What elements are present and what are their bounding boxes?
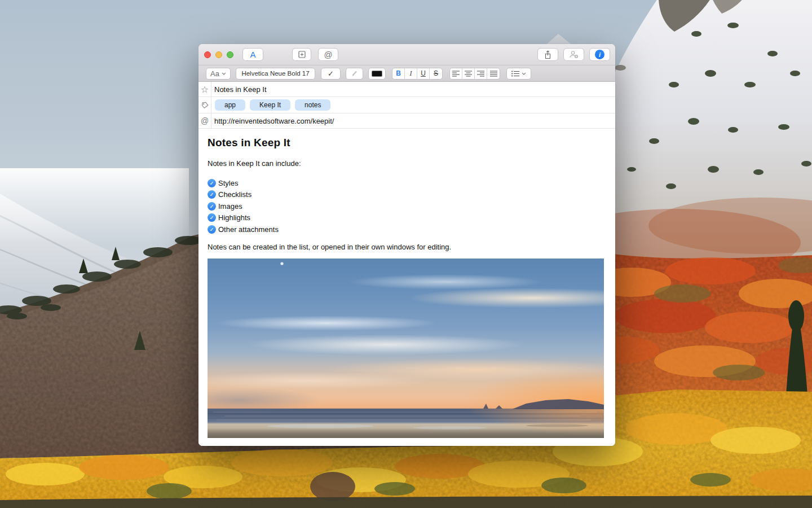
italic-button[interactable]: I (405, 68, 417, 79)
info-button[interactable]: i (589, 48, 610, 61)
list-style-button[interactable] (506, 68, 531, 80)
keep-it-note-window: A @ (198, 44, 615, 446)
checklist-item: ✓ Styles (208, 177, 604, 189)
font-name-label: Helvetica Neue Bold 17 (241, 70, 309, 77)
bullet-list-icon (511, 71, 519, 77)
text-style-button[interactable]: Aa (206, 68, 231, 80)
close-button[interactable] (204, 51, 211, 58)
highlighter-icon (351, 70, 358, 77)
note-tags-row: app Keep It notes (198, 97, 615, 113)
at-sign-icon: @ (201, 116, 209, 125)
minimize-button[interactable] (215, 51, 222, 58)
link-button[interactable]: @ (318, 48, 338, 61)
note-title-text: Notes in Keep It (214, 85, 267, 94)
note-title-field[interactable]: Notes in Keep It (211, 82, 267, 97)
checked-checkbox-icon[interactable]: ✓ (208, 202, 216, 211)
info-icon: i (595, 50, 604, 59)
chevron-down-icon (522, 72, 526, 75)
favorite-star-cell[interactable]: ☆ (198, 82, 211, 97)
color-swatch-black (372, 71, 382, 77)
tag-pill[interactable]: notes (295, 99, 330, 111)
note-url-text: http://reinventedsoftware.com/keepit/ (214, 117, 334, 125)
add-attachment-button[interactable] (292, 48, 311, 61)
bold-button[interactable]: B (392, 68, 405, 79)
checklist-item: ✓ Highlights (208, 212, 604, 224)
checked-checkbox-icon[interactable]: ✓ (208, 225, 216, 234)
checklist-button[interactable]: ✓ (321, 68, 341, 80)
align-justify-icon (490, 71, 497, 77)
highlight-button[interactable] (346, 68, 363, 80)
checklist-item-label: Images (218, 202, 242, 211)
strikethrough-button[interactable]: S (430, 68, 442, 79)
tag-pill[interactable]: Keep It (250, 99, 290, 111)
note-url-field[interactable]: http://reinventedsoftware.com/keepit/ (211, 113, 334, 128)
format-toggle-label: A (250, 50, 255, 59)
align-center-icon (465, 71, 472, 77)
note-body-text: Notes can be created in the list, or ope… (208, 243, 604, 251)
note-photo-attachment[interactable] (208, 259, 604, 438)
add-person-button[interactable] (563, 48, 584, 61)
format-toolbar: Aa Helvetica Neue Bold 17 ✓ B I U S (198, 65, 615, 82)
checklist-item-label: Highlights (218, 213, 250, 222)
zoom-button[interactable] (227, 51, 233, 58)
tags-field[interactable]: app Keep It notes (211, 97, 330, 113)
checked-checkbox-icon[interactable]: ✓ (208, 179, 216, 187)
checked-checkbox-icon[interactable]: ✓ (208, 213, 216, 222)
checklist-item: ✓ Other attachments (208, 224, 604, 235)
person-add-icon (569, 50, 579, 59)
traffic-lights (204, 51, 233, 58)
checklist-item: ✓ Images (208, 200, 604, 212)
share-button[interactable] (537, 48, 558, 61)
note-title-row: ☆ Notes in Keep It (198, 82, 615, 97)
text-color-well[interactable] (368, 68, 386, 80)
note-heading: Notes in Keep It (208, 137, 604, 149)
tag-pill[interactable]: app (215, 99, 245, 111)
checklist-item-label: Other attachments (218, 225, 279, 234)
tag-icon (201, 101, 209, 110)
align-right-icon (477, 71, 484, 77)
font-name-field[interactable]: Helvetica Neue Bold 17 (236, 68, 315, 80)
titlebar-right-buttons: i (537, 48, 610, 61)
checklist-item-label: Styles (218, 179, 238, 187)
star-icon: ☆ (201, 84, 209, 95)
format-toggle-button[interactable]: A (242, 48, 263, 61)
chevron-down-icon (222, 72, 226, 75)
seascape-detail (208, 259, 604, 438)
note-intro: Notes in Keep It can include: (208, 159, 604, 168)
checked-checkbox-icon[interactable]: ✓ (208, 190, 216, 199)
plus-box-icon (298, 51, 306, 58)
checklist-item-label: Checklists (218, 190, 251, 199)
note-url-row: @ http://reinventedsoftware.com/keepit/ (198, 113, 615, 129)
at-sign-icon: @ (324, 50, 332, 59)
note-editor[interactable]: Notes in Keep It Notes in Keep It can in… (198, 129, 615, 446)
checklist-item: ✓ Checklists (208, 189, 604, 201)
align-left-button[interactable] (450, 68, 462, 79)
tag-cell (198, 97, 211, 113)
align-center-button[interactable] (462, 68, 475, 79)
align-left-icon (452, 71, 460, 77)
url-cell: @ (198, 113, 211, 128)
underline-button[interactable]: U (417, 68, 430, 79)
text-style-label: Aa (210, 69, 219, 78)
text-style-segment: B I U S (392, 68, 443, 80)
checkmark-icon: ✓ (328, 69, 334, 78)
align-right-button[interactable] (475, 68, 487, 79)
align-justify-button[interactable] (487, 68, 500, 79)
note-checklist: ✓ Styles ✓ Checklists ✓ Images ✓ Highlig… (208, 177, 604, 235)
share-icon (544, 50, 551, 59)
window-titlebar: A @ (198, 44, 615, 65)
alignment-segment (449, 68, 500, 80)
